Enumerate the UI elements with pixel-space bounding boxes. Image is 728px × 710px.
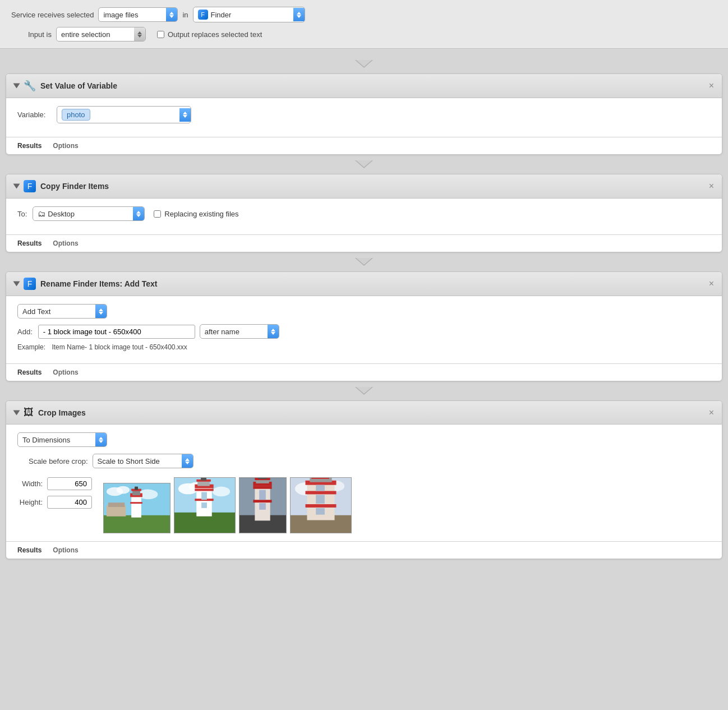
svg-rect-15 — [131, 494, 141, 517]
desktop-folder-icon: 🗂 — [38, 209, 45, 218]
lighthouse-svg-1 — [104, 483, 170, 533]
output-replaces-checkbox[interactable] — [157, 31, 164, 38]
svg-marker-3 — [356, 160, 372, 167]
connector-arrow-icon — [352, 158, 376, 170]
copy-finder-close-button[interactable]: × — [709, 182, 714, 191]
rename-finder-close-button[interactable]: × — [709, 279, 714, 288]
service-row: Service receives selected image files in… — [11, 7, 717, 22]
to-dimensions-label: To Dimensions — [18, 434, 95, 446]
entire-selection-arrow[interactable] — [134, 27, 145, 41]
after-name-select[interactable]: after name — [200, 324, 279, 339]
scale-to-short-side-select[interactable]: Scale to Short Side — [93, 454, 193, 468]
service-label: Service receives selected — [11, 11, 94, 19]
main-content: 🔧 Set Value of Variable × Variable: phot… — [0, 49, 728, 565]
arrow-down-icon — [271, 332, 275, 335]
height-input[interactable] — [47, 496, 92, 509]
crop-images-results-tab[interactable]: Results — [17, 546, 42, 554]
lighthouse-svg-2 — [174, 477, 235, 533]
svg-marker-7 — [356, 387, 372, 394]
desktop-label: Desktop — [48, 210, 75, 218]
variable-label: Variable: — [17, 110, 51, 119]
to-dimensions-arrow[interactable] — [95, 433, 107, 446]
width-row: Width: — [17, 477, 92, 490]
output-replaces-checkbox-wrap[interactable]: Output replaces selected text — [157, 30, 266, 39]
arrow-down-icon — [137, 35, 142, 38]
svg-rect-45 — [259, 490, 266, 500]
arrow-down-icon — [185, 462, 190, 464]
image-files-select[interactable]: image files — [98, 7, 178, 22]
arrow-up-icon — [169, 12, 174, 15]
rename-finder-toggle[interactable] — [13, 282, 20, 287]
desktop-select[interactable]: 🗂 Desktop — [33, 206, 145, 221]
crop-images-icon: 🖼 — [24, 407, 34, 418]
entire-selection-select[interactable]: entire selection — [56, 27, 146, 42]
height-label: Height: — [17, 498, 43, 506]
finder-select[interactable]: F Finder — [193, 7, 305, 22]
input-is-row: Input is entire selection Output replace… — [11, 27, 717, 42]
arrow-up-icon — [137, 31, 142, 34]
svg-marker-5 — [356, 258, 372, 265]
desktop-arrow[interactable] — [133, 207, 144, 220]
add-text-arrow[interactable] — [95, 305, 107, 318]
width-input[interactable] — [47, 477, 92, 490]
add-text-input[interactable] — [38, 325, 195, 339]
scale-row: Scale before crop: Scale to Short Side — [17, 454, 711, 468]
set-variable-options-tab[interactable]: Options — [53, 142, 78, 150]
example-label: Example: — [17, 343, 45, 351]
crop-images-title: Crop Images — [38, 408, 86, 417]
rename-finder-items-card: F Rename Finder Items: Add Text × Add Te… — [6, 271, 722, 381]
svg-point-10 — [117, 486, 130, 494]
scale-to-short-side-label: Scale to Short Side — [93, 455, 182, 468]
svg-marker-1 — [356, 60, 372, 67]
connector-4 — [0, 381, 728, 400]
copy-finder-toggle[interactable] — [13, 184, 20, 189]
copy-finder-items-card: F Copy Finder Items × To: 🗂 Desktop — [6, 174, 722, 252]
add-row: Add: after name — [17, 324, 711, 339]
preview-image-1 — [103, 483, 171, 533]
set-variable-body: Variable: photo — [6, 98, 722, 137]
crop-images-toggle[interactable] — [13, 410, 20, 415]
variable-token: photo — [62, 109, 90, 121]
rename-finder-results-tab[interactable]: Results — [17, 368, 42, 376]
set-variable-results-tab[interactable]: Results — [17, 142, 42, 150]
svg-rect-20 — [130, 495, 142, 497]
arrow-up-icon — [271, 329, 275, 331]
copy-finder-header-left: F Copy Finder Items — [14, 180, 109, 192]
variable-select[interactable]: photo — [57, 106, 191, 123]
variable-arrow[interactable] — [179, 108, 191, 122]
example-value: Item Name- 1 block image tout - 650x400.… — [52, 343, 187, 351]
rename-finder-options-tab[interactable]: Options — [53, 368, 78, 376]
crop-images-header: 🖼 Crop Images × — [6, 401, 722, 425]
connector-1 — [0, 54, 728, 73]
arrow-up-icon — [183, 112, 187, 114]
set-variable-footer: Results Options — [6, 137, 722, 154]
connector-arrow-icon — [352, 58, 376, 70]
to-label: To: — [17, 210, 27, 218]
set-variable-toggle[interactable] — [13, 84, 20, 89]
svg-rect-14 — [108, 502, 125, 507]
image-files-arrow[interactable] — [166, 8, 177, 21]
finder-arrow[interactable] — [293, 8, 305, 21]
svg-rect-31 — [201, 478, 206, 481]
top-bar: Service receives selected image files in… — [0, 0, 728, 49]
replacing-files-checkbox[interactable] — [154, 210, 161, 218]
crop-images-body: To Dimensions Scale before crop: Scale t… — [6, 425, 722, 541]
add-text-select[interactable]: Add Text — [17, 304, 107, 319]
crop-images-footer: Results Options — [6, 541, 722, 559]
to-dimensions-select[interactable]: To Dimensions — [17, 432, 107, 447]
replacing-files-checkbox-wrap[interactable]: Replacing existing files — [154, 210, 238, 218]
connector-2 — [0, 155, 728, 174]
after-name-arrow[interactable] — [268, 325, 279, 338]
crop-images-close-button[interactable]: × — [709, 408, 714, 417]
svg-rect-59 — [316, 495, 325, 504]
after-name-label: after name — [200, 325, 268, 338]
copy-finder-options-tab[interactable]: Options — [53, 239, 78, 247]
set-variable-close-button[interactable]: × — [709, 81, 714, 90]
set-variable-card: 🔧 Set Value of Variable × Variable: phot… — [6, 73, 722, 155]
example-row: Example: Item Name- 1 block image tout -… — [17, 343, 711, 351]
scale-arrow[interactable] — [182, 454, 193, 468]
copy-finder-results-tab[interactable]: Results — [17, 239, 42, 247]
crop-images-options-tab[interactable]: Options — [53, 546, 78, 554]
crop-content: Width: Height: — [17, 477, 711, 533]
svg-rect-32 — [195, 489, 213, 491]
